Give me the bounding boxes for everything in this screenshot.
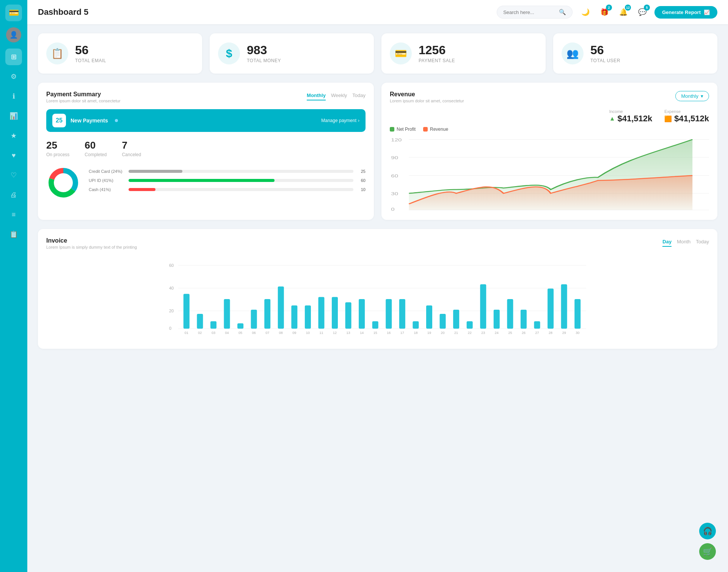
tab-monthly[interactable]: Monthly	[307, 91, 326, 100]
svg-text:40: 40	[169, 286, 174, 290]
user-label: TOTAL USER	[590, 58, 709, 63]
invoice-subtitle: Lorem Ipsum is simply dummy text of the …	[46, 245, 137, 249]
user-avatar[interactable]: 👤	[6, 27, 21, 42]
on-process-number: 25	[46, 139, 69, 151]
invoice-bar	[332, 297, 338, 329]
invoice-bar-label: 05	[238, 331, 242, 335]
invoice-bar	[507, 299, 513, 329]
invoice-bar	[480, 284, 486, 329]
revenue-header-left: Revenue Lorem ipsum dolor sit amet, cons…	[390, 91, 464, 103]
payment-stats-row: 25 On process 60 Completed 7 Canceled	[46, 139, 366, 157]
sidebar-item-settings[interactable]: ⚙	[5, 68, 22, 85]
header: Dashboard 5 🔍 🌙 🎁 2 🔔 12 💬 5 Generate Re	[27, 0, 728, 24]
heart-filled-icon: ♥	[12, 152, 16, 160]
invoice-bar-label: 23	[481, 331, 485, 335]
chat-badge: 5	[644, 5, 650, 11]
invoice-bar	[224, 299, 230, 329]
sidebar-item-dashboard[interactable]: ⊞	[5, 49, 22, 65]
invoice-bar-label: 04	[225, 331, 229, 335]
invoice-bar	[305, 306, 311, 329]
pbar-upi-val: 60	[357, 178, 366, 183]
bell-badge: 12	[625, 5, 631, 11]
svg-text:60: 60	[391, 174, 398, 179]
payment-bars: Credit Card (24%) 25 UPI ID (41%) 60	[89, 169, 366, 196]
payment-icon: 💳	[390, 42, 412, 64]
invoice-bar-label: 24	[495, 331, 499, 335]
support-icon: 🎧	[703, 527, 712, 536]
sidebar-item-heart-outline[interactable]: ♡	[5, 167, 22, 183]
revenue-monthly-dropdown[interactable]: Monthly ▾	[675, 91, 709, 101]
payment-number: 1256	[419, 44, 537, 57]
invoice-bar-label: 19	[427, 331, 431, 335]
sidebar-item-star[interactable]: ★	[5, 127, 22, 144]
revenue-chart-svg: 120 90 60 30 0	[390, 136, 709, 212]
gift-button[interactable]: 🎁 2	[598, 5, 611, 19]
invoice-bar-label: 18	[414, 331, 417, 335]
invoice-tab-day[interactable]: Day	[662, 237, 672, 247]
expense-down-icon: 🟧	[664, 115, 672, 122]
bell-button[interactable]: 🔔 12	[617, 5, 630, 19]
tab-weekly[interactable]: Weekly	[331, 91, 347, 100]
dark-mode-toggle[interactable]: 🌙	[579, 5, 592, 19]
new-payments-label: New Payments	[71, 118, 108, 124]
search-input[interactable]	[503, 9, 556, 15]
invoice-bar	[345, 302, 351, 329]
expense-value: 🟧 $41,512k	[664, 114, 709, 124]
payment-panel-header: Payment Summary Lorem ipsum dolor sit am…	[46, 91, 366, 103]
invoice-bar-label: 02	[198, 331, 202, 335]
invoice-bar-label: 17	[400, 331, 404, 335]
invoice-bar	[494, 310, 500, 329]
chevron-down-icon: ▾	[701, 93, 703, 99]
invoice-bar	[574, 299, 581, 329]
email-number: 56	[75, 44, 194, 57]
net-profit-legend-label: Net Profit	[397, 127, 416, 132]
sidebar-item-print[interactable]: 🖨	[5, 186, 22, 203]
invoice-tab-today[interactable]: Today	[696, 237, 709, 247]
sidebar-item-list[interactable]: 📋	[5, 226, 22, 243]
search-box[interactable]: 🔍	[497, 6, 573, 19]
invoice-bar	[291, 306, 297, 329]
sidebar-item-heart-filled[interactable]: ♥	[5, 147, 22, 164]
print-icon: 🖨	[10, 191, 17, 199]
stat-card-money: $ 983 TOTAL MONEY	[210, 33, 374, 74]
invoice-bar	[251, 310, 257, 329]
invoice-header-left: Invoice Lorem Ipsum is simply dummy text…	[46, 237, 137, 249]
pbar-creditcard-label: Credit Card (24%)	[89, 169, 125, 174]
revenue-subtitle: Lorem ipsum dolor sit amet, consectetur	[390, 99, 464, 103]
support-fab[interactable]: 🎧	[699, 523, 716, 539]
star-icon: ★	[11, 132, 17, 140]
invoice-bar	[372, 321, 378, 329]
payment-summary-title: Payment Summary	[46, 91, 121, 98]
money-label: TOTAL MONEY	[247, 58, 366, 63]
invoice-bar	[548, 288, 554, 329]
tab-today[interactable]: Today	[352, 91, 366, 100]
invoice-bar-label: 06	[252, 331, 256, 335]
chat-button[interactable]: 💬 5	[635, 5, 649, 19]
net-profit-dot	[390, 127, 394, 132]
menu-icon: ≡	[12, 211, 16, 219]
manage-payment-link[interactable]: Manage payment ›	[321, 118, 359, 123]
canceled-stat: 7 Canceled	[122, 139, 141, 157]
stats-grid: 📋 56 TOTAL EMAIL $ 983 TOTAL MONEY 💳 125…	[38, 33, 717, 74]
invoice-bar-label: 08	[279, 331, 283, 335]
sidebar-item-info[interactable]: ℹ	[5, 88, 22, 105]
sidebar-item-menu[interactable]: ≡	[5, 206, 22, 223]
income-label: Income	[609, 109, 653, 114]
invoice-bar-label: 25	[508, 331, 512, 335]
sidebar-logo[interactable]: 💳	[5, 5, 22, 21]
cart-fab[interactable]: 🛒	[699, 543, 716, 560]
invoice-bar-label: 10	[306, 331, 310, 335]
sidebar-item-analytics[interactable]: 📊	[5, 108, 22, 124]
invoice-tab-month[interactable]: Month	[677, 237, 690, 247]
email-icon: 📋	[46, 42, 68, 64]
invoice-bar	[197, 314, 203, 329]
invoice-bar-label: 21	[454, 331, 458, 335]
expense-label: Expense	[664, 109, 709, 114]
svg-text:60: 60	[169, 263, 174, 268]
header-icons: 🌙 🎁 2 🔔 12 💬 5 Generate Report 📈	[579, 5, 717, 19]
invoice-bar	[278, 287, 284, 329]
payment-summary-subtitle: Lorem ipsum dolor sit amet, consectetur	[46, 99, 121, 103]
invoice-bar	[237, 323, 243, 329]
generate-report-button[interactable]: Generate Report 📈	[654, 6, 717, 19]
invoice-bar-chart: 60 40 20 0 01020304050607080910111213141…	[46, 255, 709, 340]
